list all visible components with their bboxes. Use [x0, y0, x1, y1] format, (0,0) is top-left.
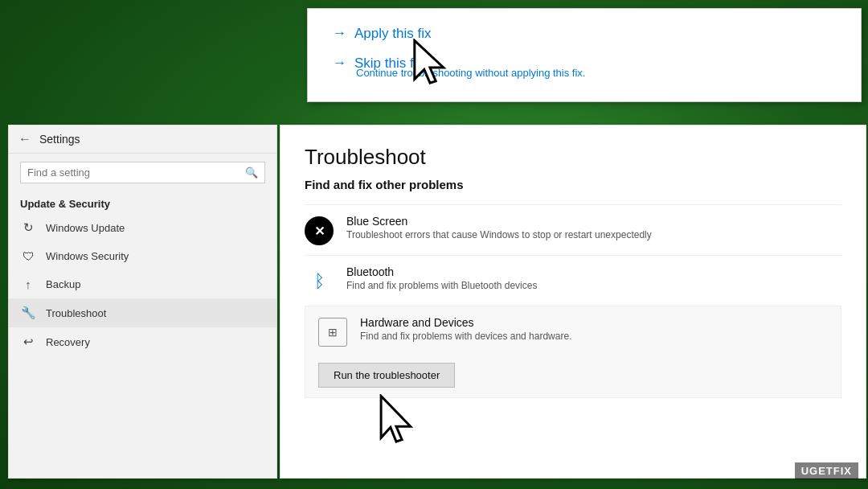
backup-icon: ↑: [20, 277, 36, 291]
popup-dialog: → Apply this fix → Skip this fix Continu…: [307, 8, 862, 102]
sidebar-item-troubleshoot[interactable]: 🔧 Troubleshoot: [9, 298, 276, 327]
apply-fix-arrow: →: [332, 25, 346, 42]
sidebar-item-label: Windows Security: [46, 250, 129, 262]
hardware-name: Hardware and Devices: [360, 316, 571, 329]
hardware-icon: ⊞: [318, 318, 347, 347]
watermark: UGETFIX: [795, 462, 858, 479]
apply-fix-label: Apply this fix: [354, 26, 431, 42]
troubleshoot-item-hardware: ⊞ Hardware and Devices Find and fix prob…: [305, 306, 841, 398]
security-icon: 🛡: [20, 249, 36, 263]
recovery-icon: ↩: [20, 335, 36, 349]
page-title: Troubleshoot: [305, 145, 841, 170]
troubleshoot-icon: 🔧: [20, 306, 36, 320]
apply-fix-link[interactable]: → Apply this fix: [332, 25, 837, 42]
bluescreen-text: Blue Screen Troubleshoot errors that cau…: [346, 215, 652, 240]
sidebar-item-label: Backup: [46, 278, 80, 290]
sidebar-item-label: Recovery: [46, 336, 90, 348]
skip-fix-subtitle: Continue troubleshooting without applyin…: [356, 67, 837, 79]
bluetooth-desc: Find and fix problems with Bluetooth dev…: [346, 280, 537, 291]
sidebar-item-backup[interactable]: ↑ Backup: [9, 270, 276, 298]
search-box[interactable]: 🔍: [20, 162, 265, 183]
section-title: Find and fix other problems: [305, 178, 841, 191]
bluetooth-icon: ᛒ: [305, 267, 334, 296]
sidebar-item-windows-update[interactable]: ↻ Windows Update: [9, 213, 276, 242]
main-content: Troubleshoot Find and fix other problems…: [280, 125, 866, 479]
back-button[interactable]: ←: [18, 132, 31, 146]
settings-title: Settings: [39, 133, 80, 146]
settings-titlebar: ← Settings: [9, 125, 276, 154]
sidebar-item-recovery[interactable]: ↩ Recovery: [9, 327, 276, 356]
skip-fix-arrow: →: [332, 55, 346, 72]
troubleshoot-item-bluescreen: ✕ Blue Screen Troubleshoot errors that c…: [305, 204, 841, 255]
hardware-row: ⊞ Hardware and Devices Find and fix prob…: [318, 316, 828, 356]
bluescreen-icon: ✕: [305, 216, 334, 245]
search-icon: 🔍: [245, 166, 258, 179]
bluescreen-desc: Troubleshoot errors that cause Windows t…: [346, 229, 652, 240]
run-troubleshooter-button[interactable]: Run the troubleshooter: [318, 363, 455, 388]
search-input[interactable]: [27, 166, 245, 179]
hardware-text: Hardware and Devices Find and fix proble…: [360, 316, 571, 342]
sidebar-item-label: Troubleshoot: [46, 307, 106, 319]
settings-window: ← Settings 🔍 Update & Security ↻ Windows…: [8, 125, 277, 479]
update-icon: ↻: [20, 220, 36, 235]
section-heading: Update & Security: [9, 191, 276, 213]
hardware-desc: Find and fix problems with devices and h…: [360, 331, 571, 342]
troubleshoot-item-bluetooth: ᛒ Bluetooth Find and fix problems with B…: [305, 255, 841, 306]
sidebar-item-label: Windows Update: [46, 222, 125, 234]
sidebar-item-windows-security[interactable]: 🛡 Windows Security: [9, 242, 276, 270]
bluetooth-name: Bluetooth: [346, 265, 537, 278]
bluetooth-text: Bluetooth Find and fix problems with Blu…: [346, 265, 537, 291]
bluescreen-name: Blue Screen: [346, 215, 652, 228]
